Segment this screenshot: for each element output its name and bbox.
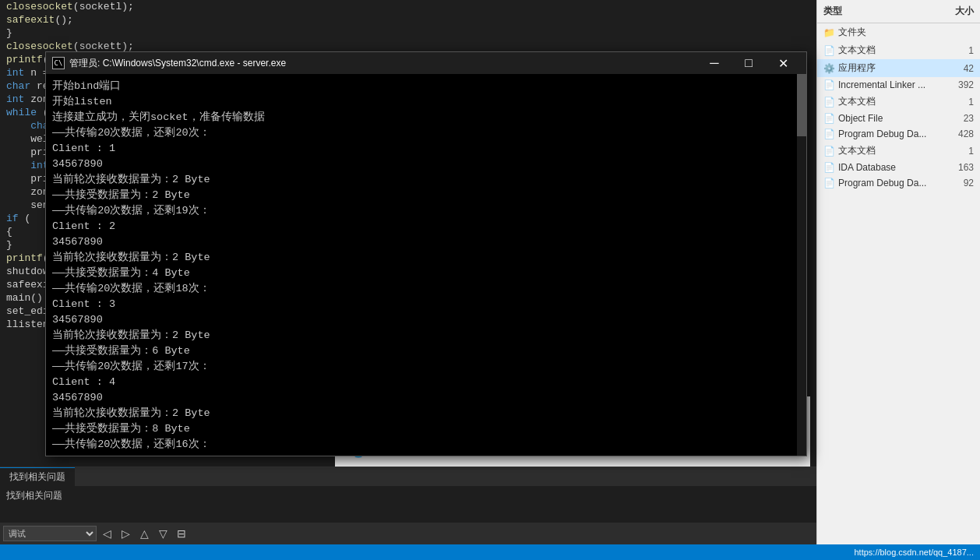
cmd-output-line: ——共接受数据量为：2 Byte — [52, 188, 800, 203]
cmd-output-line: ——共接受数据量为：8 Byte — [52, 421, 800, 437]
file-icon: 📄 — [823, 178, 835, 188]
file-type-header: 类型 — [823, 5, 955, 18]
find-label: 找到相关问题 — [6, 491, 62, 502]
bottom-content: 找到相关问题 — [0, 486, 816, 505]
code-line: } — [0, 26, 335, 40]
file-icon: 📄 — [823, 146, 835, 157]
file-icon: 📄 — [823, 97, 835, 107]
toolbar-filter-button[interactable]: ⊟ — [173, 525, 190, 542]
cmd-controls: ─ □ ✕ — [697, 52, 800, 74]
file-size: 163 — [958, 162, 974, 173]
file-rows-container: 📁 文件夹 📄 文本文档 1 ⚙️ 应用程序 42 📄 Incremental … — [817, 23, 980, 191]
file-row[interactable]: 📄 文本文档 1 — [817, 41, 980, 59]
cmd-output-line: Client : 1 — [52, 141, 800, 157]
cmd-output-line: Client : 5 — [52, 453, 800, 456]
bottom-tabs: 找到相关问题 — [0, 467, 816, 486]
file-name: 文本文档 — [838, 44, 968, 57]
file-row[interactable]: ⚙️ 应用程序 42 — [817, 59, 980, 77]
cmd-output-line: 当前轮次接收数据量为：2 Byte — [52, 172, 800, 188]
file-size: 1 — [968, 146, 974, 157]
cmd-scrollbar-thumb[interactable] — [797, 74, 806, 136]
cmd-output-line: ——共传输20次数据，还剩17次： — [52, 359, 800, 375]
file-icon: 📄 — [823, 162, 835, 173]
file-name: 文本文档 — [838, 144, 968, 157]
bottom-panel: 找到相关问题 找到相关问题 调试 ◁ ▷ △ ▽ ⊟ — [0, 467, 816, 544]
cmd-output-line: Client : 4 — [52, 375, 800, 390]
file-name: 文本文档 — [838, 95, 968, 108]
status-bar: https://blog.csdn.net/qq_4187... — [0, 544, 980, 560]
file-size: 428 — [958, 129, 974, 139]
file-size-header: 大小 — [955, 5, 974, 18]
file-icon: 📁 — [823, 27, 835, 38]
bottom-toolbar: 调试 ◁ ▷ △ ▽ ⊟ — [0, 523, 816, 544]
file-icon: 📄 — [823, 45, 835, 56]
tab-problems[interactable]: 找到相关问题 — [0, 467, 75, 486]
cmd-close-button[interactable]: ✕ — [766, 52, 800, 74]
cmd-window[interactable]: C\ 管理员: C:\Windows\System32\cmd.exe - se… — [45, 51, 807, 456]
file-icon: ⚙️ — [823, 63, 835, 74]
cmd-output-line: 当前轮次接收数据量为：2 Byte — [52, 406, 800, 421]
cmd-output-line: ——共接受数据量为：6 Byte — [52, 343, 800, 359]
cmd-output-line: ——共接受数据量为：4 Byte — [52, 266, 800, 281]
file-size: 23 — [964, 113, 974, 124]
file-row[interactable]: 📄 Program Debug Da... 428 — [817, 126, 980, 142]
file-name: 应用程序 — [838, 62, 964, 75]
file-icon: 📄 — [823, 129, 835, 139]
file-icon: 📄 — [823, 113, 835, 124]
file-size: 1 — [968, 97, 974, 107]
cmd-maximize-button[interactable]: □ — [731, 52, 766, 74]
file-name: Program Debug Da... — [838, 129, 958, 139]
file-size: 392 — [958, 79, 974, 90]
cmd-output-line: 连接建立成功，关闭socket，准备传输数据 — [52, 110, 800, 125]
file-name: 文件夹 — [838, 26, 974, 39]
toolbar-up-button[interactable]: △ — [136, 525, 153, 542]
cmd-output-line: 开始bind端口 — [52, 79, 800, 94]
cmd-output-line: 当前轮次接收数据量为：2 Byte — [52, 328, 800, 343]
file-row[interactable]: 📄 文本文档 1 — [817, 142, 980, 160]
cmd-output-line: Client : 2 — [52, 219, 800, 234]
file-name: IDA Database — [838, 162, 958, 173]
toolbar-prev-button[interactable]: ◁ — [98, 525, 115, 542]
file-panel: 类型 大小 📁 文件夹 📄 文本文档 1 ⚙️ 应用程序 42 📄 Increm… — [816, 0, 980, 560]
cmd-title: 管理员: C:\Windows\System32\cmd.exe - serve… — [69, 57, 697, 70]
file-row[interactable]: 📄 Object File 23 — [817, 111, 980, 126]
file-name: Incremental Linker ... — [838, 79, 958, 90]
toolbar-down-button[interactable]: ▽ — [154, 525, 171, 542]
file-row[interactable]: 📄 Program Debug Da... 92 — [817, 175, 980, 191]
cmd-titlebar: C\ 管理员: C:\Windows\System32\cmd.exe - se… — [46, 52, 806, 74]
cmd-output: 开始bind端口开始listen连接建立成功，关闭socket，准备传输数据——… — [52, 79, 800, 456]
toolbar-next-button[interactable]: ▷ — [117, 525, 134, 542]
file-name: Program Debug Da... — [838, 178, 964, 188]
url-text: https://blog.csdn.net/qq_4187... — [854, 548, 974, 557]
file-size: 1 — [968, 45, 974, 56]
file-row[interactable]: 📄 文本文档 1 — [817, 93, 980, 111]
code-line: closesocket(socketl); — [0, 0, 335, 13]
cmd-icon: C\ — [52, 57, 65, 69]
file-size: 92 — [964, 178, 974, 188]
file-panel-header: 类型 大小 — [817, 0, 980, 23]
cmd-output-line: Client : 3 — [52, 297, 800, 312]
cmd-output-line: 34567890 — [52, 234, 800, 250]
toolbar-select[interactable]: 调试 — [3, 526, 97, 541]
cmd-output-line: 34567890 — [52, 157, 800, 172]
cmd-output-line: 当前轮次接收数据量为：2 Byte — [52, 250, 800, 266]
cmd-output-line: ——共传输20次数据，还剩18次： — [52, 281, 800, 297]
cmd-output-line: ——共传输20次数据，还剩16次： — [52, 437, 800, 453]
file-name: Object File — [838, 113, 964, 124]
cmd-output-line: 34567890 — [52, 390, 800, 406]
file-icon: 📄 — [823, 79, 835, 90]
cmd-output-line: ——共传输20次数据，还剩19次： — [52, 203, 800, 219]
cmd-output-line: 开始listen — [52, 94, 800, 110]
file-size: 42 — [964, 63, 974, 74]
cmd-output-line: 34567890 — [52, 312, 800, 328]
cmd-body[interactable]: 开始bind端口开始listen连接建立成功，关闭socket，准备传输数据——… — [46, 74, 806, 456]
cmd-scrollbar[interactable] — [797, 74, 806, 456]
code-line: safeexit(); — [0, 13, 335, 26]
file-row[interactable]: 📄 Incremental Linker ... 392 — [817, 77, 980, 93]
cmd-output-line: ——共传输20次数据，还剩20次： — [52, 125, 800, 141]
file-row[interactable]: 📁 文件夹 — [817, 23, 980, 41]
file-row[interactable]: 📄 IDA Database 163 — [817, 160, 980, 175]
cmd-minimize-button[interactable]: ─ — [697, 52, 731, 74]
